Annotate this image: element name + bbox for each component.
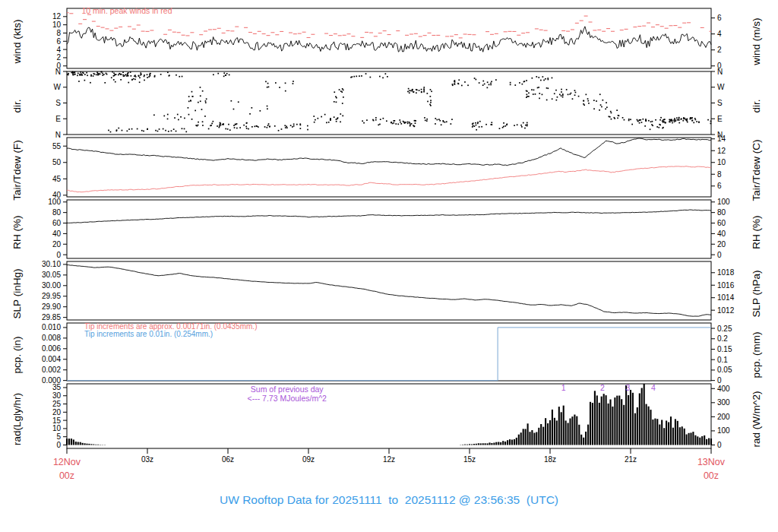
x-tick-label: 03z — [141, 455, 153, 464]
axis-text: 20 — [52, 240, 62, 249]
panel-dir: NESWNNESWNdir.dir. — [11, 68, 762, 139]
axis-label-left: SLP (inHg) — [11, 269, 23, 319]
annotation-text: <--- 7.73 MJoules/m^2 — [248, 394, 327, 403]
axis-text: 4 — [56, 46, 61, 54]
axis-text: E — [717, 115, 723, 123]
axis-text: 0.002 — [42, 366, 61, 374]
series-relative-humidity — [67, 210, 711, 223]
axis-text: 0.15 — [717, 345, 732, 353]
annotation-text: 3 — [626, 383, 631, 392]
axis-text: 10 — [52, 424, 62, 432]
axis-label-left: wind (kts) — [11, 20, 23, 65]
axis-text: 50 — [52, 158, 62, 166]
axis-text: 30.05 — [42, 271, 61, 279]
series-wind-peak-10min — [67, 13, 711, 38]
axis-label-right: RH (%) — [751, 215, 762, 249]
axis-text: 100 — [717, 426, 730, 435]
axis-label-right: dir. — [751, 99, 762, 112]
axis-text: 0.25 — [717, 325, 732, 333]
axis-text: 1016 — [717, 281, 735, 290]
axis-text: 29.90 — [42, 302, 61, 311]
panel-wind: 0246810120246wind (kts)wind (m/s)10 min.… — [11, 6, 762, 70]
axis-text: 0.1 — [717, 356, 728, 364]
axis-text: N — [55, 131, 61, 139]
x-tick-label: 18z — [544, 455, 556, 464]
axis-text: 25 — [52, 400, 62, 408]
axis-text: 30 — [52, 391, 62, 400]
axis-text: 15 — [52, 416, 62, 425]
axis-label-left: rad(Lgly/hr) — [11, 393, 23, 445]
axis-text: 10 — [717, 158, 726, 166]
x-tick-label: 15z — [463, 455, 476, 464]
axis-text: W — [54, 83, 62, 91]
axis-text: 8 — [56, 29, 61, 37]
axis-label-right: Tair/Tdew (C) — [751, 139, 762, 201]
axis-text: 0 — [56, 251, 61, 259]
panel-rh: 020406080100020406080100RH (%)RH (%) — [11, 198, 762, 258]
axis-text: 300 — [717, 398, 730, 407]
axis-text: 40 — [717, 230, 726, 238]
axis-text: 6 — [717, 14, 722, 22]
axis-text: 5 — [56, 432, 61, 441]
axis-text: 1014 — [717, 293, 735, 302]
axis-text: 400 — [717, 385, 730, 393]
axis-text: 12 — [717, 147, 726, 155]
axis-text: 20 — [52, 408, 62, 416]
axis-text: 100 — [717, 198, 730, 206]
axis-text: E — [55, 115, 61, 123]
weather-station-plot: UW Rooftop Data for 20251111 to 20251112… — [0, 0, 778, 532]
axis-text: 0.010 — [42, 323, 61, 331]
x-tick-label: 06z — [222, 455, 234, 464]
annotation-text: 4 — [651, 383, 656, 392]
axis-text: 1012 — [717, 306, 735, 315]
panel-frame — [67, 200, 711, 258]
panel-temp: 4045505568101214Tair/Tdew (F)Tair/Tdew (… — [11, 135, 762, 201]
series-wind-avg — [67, 27, 711, 52]
x-tick-label: 12z — [383, 455, 395, 464]
axis-text: 45 — [52, 175, 62, 183]
axis-text: 4 — [717, 30, 722, 38]
axis-text: 2 — [56, 53, 61, 62]
plot-title: UW Rooftop Data for 20251111 to 20251112… — [220, 493, 558, 506]
panel-frame — [67, 71, 711, 135]
axis-label-left: dir. — [11, 99, 23, 112]
axis-text: 80 — [52, 208, 62, 217]
axis-text: 1018 — [717, 268, 735, 277]
axis-text: 10 — [52, 21, 62, 29]
panel-frame — [67, 138, 711, 197]
axis-text: 60 — [717, 219, 726, 227]
axis-text: 0.008 — [42, 334, 61, 342]
x-tick-label: 21z — [625, 455, 637, 464]
panel-rad: 051015202530350100200300400rad(Lgly/hr)r… — [11, 383, 762, 449]
x-axis: 12Nov00z03z06z09z12z15z18z21z13Nov00z — [53, 448, 726, 481]
annotation-text: Sum of previous day — [251, 385, 324, 394]
x-tick-date-label: 00z — [704, 470, 719, 481]
axis-label-right: SLP (hPa) — [751, 270, 762, 317]
x-tick-label: 09z — [302, 455, 315, 464]
axis-label-left: Tair/Tdew (F) — [11, 140, 23, 201]
series-sea-level-pressure — [67, 265, 711, 317]
axis-text: 0.006 — [42, 344, 61, 353]
axis-text: 14 — [717, 135, 726, 143]
axis-text: 0 — [717, 251, 722, 259]
axis-text: 6 — [56, 37, 61, 46]
axis-text: 0.004 — [42, 355, 61, 363]
series-wind-direction — [67, 71, 711, 133]
axis-label-right: pcp. (mm) — [751, 332, 762, 378]
axis-text: 55 — [52, 142, 62, 150]
axis-text: N — [717, 68, 723, 76]
axis-text: 0 — [717, 376, 722, 385]
panel-frame — [67, 8, 711, 68]
axis-text: 60 — [52, 219, 62, 227]
axis-text: 8 — [717, 170, 722, 179]
axis-text: 200 — [717, 413, 730, 421]
axis-text: 29.85 — [42, 313, 61, 321]
axis-text: 0.2 — [717, 334, 728, 343]
axis-text: 6 — [717, 182, 722, 190]
x-tick-date-label: 12Nov — [53, 457, 81, 467]
axis-text: 30.00 — [42, 281, 61, 290]
x-tick-date-label: 00z — [59, 470, 74, 481]
plot-svg: UW Rooftop Data for 20251111 to 20251112… — [0, 0, 778, 532]
panel-pcp: 0.0000.0020.0040.0060.0080.01000.050.10.… — [11, 322, 762, 385]
axis-text: 2 — [717, 46, 722, 54]
